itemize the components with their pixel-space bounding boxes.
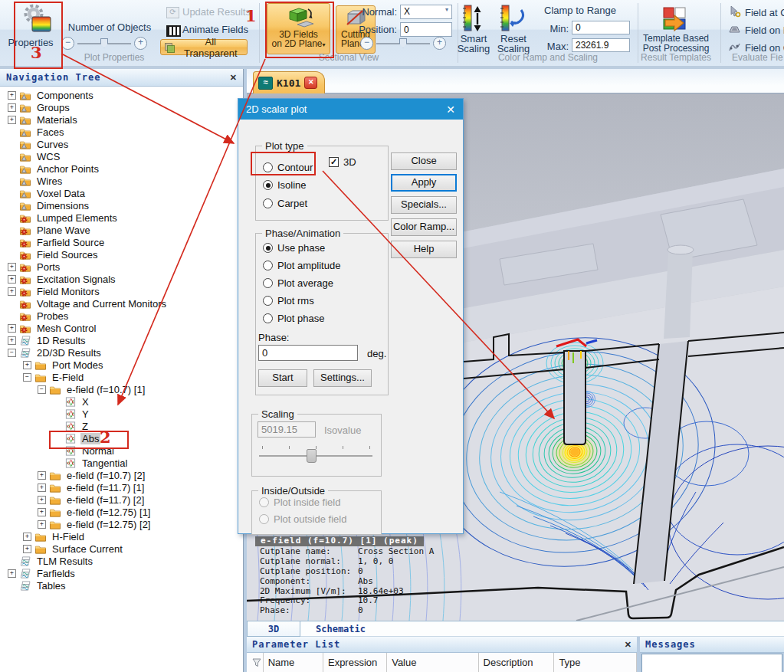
tree-item[interactable]: Lumped Elements	[0, 211, 243, 224]
messages-body[interactable]	[641, 654, 782, 672]
expand-toggle[interactable]	[8, 569, 16, 578]
tree-item[interactable]: 2D/3D Results	[0, 346, 243, 359]
tree-item[interactable]: Faces	[0, 126, 243, 138]
max-input[interactable]	[572, 38, 630, 52]
isovalue-slider[interactable]	[259, 446, 372, 464]
tree-item[interactable]: TLM Results	[0, 555, 243, 567]
checkbox-icon[interactable]: ✓	[329, 157, 339, 167]
tree-item[interactable]: Anchor Points	[0, 162, 243, 175]
expand-toggle[interactable]	[8, 263, 16, 271]
tree-item[interactable]: 1D Results	[0, 334, 243, 346]
3d-checkbox[interactable]: ✓ 3D	[329, 156, 356, 168]
radio-icon[interactable]	[259, 514, 269, 524]
tree-item[interactable]: e-field (f=11.7) [2]	[0, 493, 243, 506]
plot-rms-radio[interactable]: Plot rms	[263, 295, 314, 306]
tree-item[interactable]: Probes	[0, 310, 243, 322]
radio-icon[interactable]	[259, 497, 269, 507]
tab-3d[interactable]: 3D	[247, 621, 300, 637]
expand-toggle[interactable]	[8, 349, 16, 357]
tree-item[interactable]: Wires	[0, 175, 243, 187]
tab-schematic[interactable]: Schematic	[300, 621, 784, 637]
use-phase-radio[interactable]: Use phase	[263, 242, 325, 254]
position-input[interactable]	[400, 22, 452, 37]
decrease-icon[interactable]: −	[360, 37, 373, 50]
plot-phase-radio[interactable]: Plot phase	[263, 313, 324, 324]
tree-item[interactable]: Field Sources	[0, 248, 243, 261]
expand-toggle[interactable]	[38, 508, 46, 516]
increase-icon[interactable]: +	[134, 37, 147, 50]
tree-item[interactable]: Components	[0, 89, 243, 101]
slider-thumb[interactable]	[307, 449, 317, 463]
radio-icon[interactable]	[263, 278, 273, 288]
expand-toggle[interactable]	[23, 361, 31, 369]
expand-toggle[interactable]	[38, 385, 46, 394]
plot-average-radio[interactable]: Plot average	[263, 277, 333, 289]
tree-item[interactable]: Groups	[0, 101, 243, 113]
radio-icon[interactable]	[263, 313, 273, 323]
expand-toggle[interactable]	[8, 275, 16, 284]
min-input[interactable]	[572, 21, 630, 34]
number-of-objects-slider[interactable]: − +	[61, 37, 147, 50]
slider-thumb[interactable]	[399, 38, 407, 48]
radio-icon[interactable]	[263, 243, 273, 253]
document-tab[interactable]: ≈ K101 ✕	[253, 71, 325, 93]
column-header[interactable]: Type	[554, 653, 637, 672]
column-header[interactable]: Value	[387, 653, 478, 672]
tree-item[interactable]: Dimensions	[0, 199, 243, 211]
column-header[interactable]: Expression	[323, 653, 387, 672]
tree-item[interactable]: Plane Wave	[0, 224, 243, 236]
position-slider[interactable]: − +	[360, 37, 446, 50]
tree-item[interactable]: Farfields	[0, 567, 243, 579]
slider-thumb[interactable]	[100, 38, 108, 48]
radio-icon[interactable]	[263, 198, 273, 208]
expand-toggle[interactable]	[38, 496, 46, 504]
tree-item[interactable]: Tables	[0, 579, 243, 592]
close-icon[interactable]: ✕	[230, 73, 237, 83]
phase-input[interactable]	[258, 345, 358, 361]
tree-item[interactable]: Materials	[0, 113, 243, 126]
close-tab-icon[interactable]: ✕	[304, 77, 317, 89]
start-button[interactable]: Start	[258, 369, 307, 387]
expand-toggle[interactable]	[38, 471, 46, 480]
increase-icon[interactable]: +	[433, 37, 446, 50]
tree-item[interactable]: e-field (f=12.75) [2]	[0, 518, 243, 530]
filter-cell[interactable]	[247, 653, 264, 672]
color-ramp-button[interactable]: Color Ramp...	[391, 218, 457, 236]
settings-button[interactable]: Settings...	[313, 369, 372, 387]
expand-toggle[interactable]	[23, 545, 31, 553]
tree-item[interactable]: e-field (f=12.75) [1]	[0, 506, 243, 518]
smart-scaling-button[interactable]: SmartScaling	[454, 34, 494, 54]
tree-item[interactable]: Mesh Control	[0, 322, 243, 334]
all-transparent-button[interactable]: All Transparent	[160, 39, 248, 55]
tree-item[interactable]: Surface Current	[0, 543, 243, 555]
expand-toggle[interactable]	[23, 373, 31, 382]
expand-toggle[interactable]	[23, 533, 31, 541]
isoline-radio[interactable]: Isoline	[263, 179, 307, 191]
tree-item[interactable]: Curves	[0, 138, 243, 150]
field-at-cursor-button[interactable]: Field at Cu	[745, 7, 784, 18]
tree-item[interactable]: Farfield Source	[0, 236, 243, 248]
field-on-face-button[interactable]: Field on F	[745, 25, 784, 36]
isovalue-input[interactable]	[258, 421, 316, 438]
close-icon[interactable]: ✕	[625, 640, 631, 650]
expand-toggle[interactable]	[8, 91, 16, 100]
tree-item[interactable]: WCS	[0, 150, 243, 162]
animate-fields-button[interactable]: Animate Fields	[182, 24, 248, 35]
expand-toggle[interactable]	[8, 324, 16, 333]
tree-item[interactable]: Y	[0, 408, 243, 420]
tree-item[interactable]: e-field (f=10.7) [1]	[0, 383, 243, 395]
specials-button[interactable]: Specials...	[391, 196, 457, 214]
carpet-radio[interactable]: Carpet	[263, 198, 307, 209]
tree-item[interactable]: E-Field	[0, 371, 243, 383]
radio-icon[interactable]	[263, 261, 273, 270]
close-button[interactable]: Close	[391, 152, 457, 170]
close-icon[interactable]: ✕	[446, 103, 455, 116]
update-results-button[interactable]: Update Results	[182, 6, 251, 18]
plot-amplitude-radio[interactable]: Plot amplitude	[263, 260, 340, 271]
decrease-icon[interactable]: −	[61, 37, 74, 50]
radio-icon[interactable]	[263, 180, 273, 190]
help-button[interactable]: Help	[391, 241, 457, 258]
template-based-post-processing-button[interactable]: Template BasedPost Processing	[638, 34, 714, 54]
expand-toggle[interactable]	[38, 520, 46, 529]
plot-outside-field-radio[interactable]: Plot outside field	[259, 513, 346, 525]
